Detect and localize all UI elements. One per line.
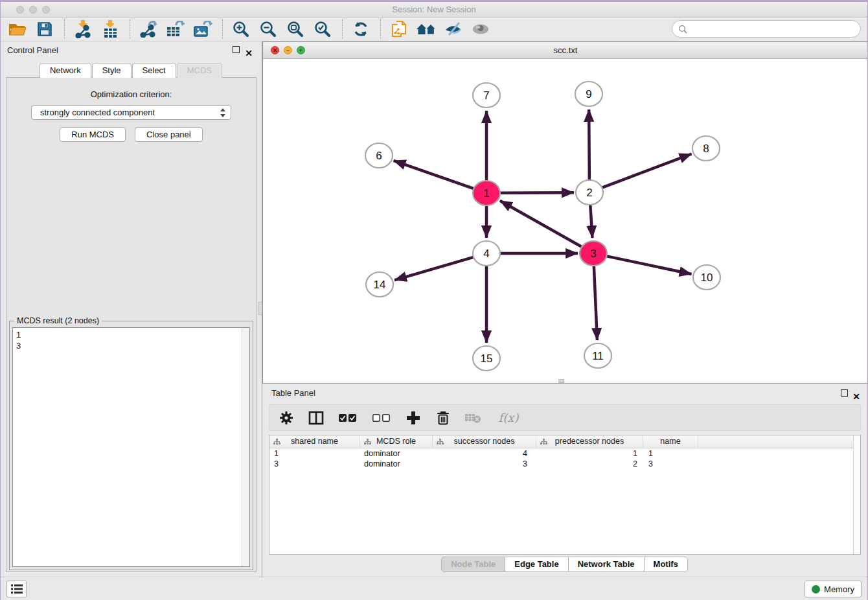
node-8[interactable]: 8 xyxy=(692,136,720,161)
edge-2-8[interactable] xyxy=(602,154,692,187)
home-view-button[interactable] xyxy=(415,19,438,40)
vertical-splitter-handle[interactable] xyxy=(258,302,262,315)
eye-slash-icon xyxy=(444,21,463,37)
import-network-button[interactable] xyxy=(71,19,95,40)
zoom-in-button[interactable] xyxy=(229,19,253,40)
cell-predecessor-nodes[interactable]: 2 xyxy=(536,459,643,469)
zoom-fit-button[interactable] xyxy=(284,19,307,40)
edge-2-9[interactable] xyxy=(589,110,589,179)
edge-2-3[interactable] xyxy=(590,205,592,238)
deselect-all-button[interactable] xyxy=(371,409,392,427)
close-panel-icon[interactable] xyxy=(852,388,861,405)
svg-text:11: 11 xyxy=(592,350,604,362)
node-11[interactable]: 11 xyxy=(584,343,611,368)
open-session-button[interactable] xyxy=(6,19,29,40)
show-all-button[interactable] xyxy=(469,19,492,40)
cell-name[interactable]: 3 xyxy=(643,459,698,469)
cell-shared-name[interactable]: 3 xyxy=(269,459,360,469)
node-4[interactable]: 4 xyxy=(473,241,500,266)
node-9[interactable]: 9 xyxy=(575,82,602,106)
column-header-shared-name[interactable]: shared name xyxy=(269,435,360,448)
close-window-button[interactable] xyxy=(16,6,24,14)
float-panel-icon[interactable] xyxy=(841,389,848,397)
edge-4-14[interactable] xyxy=(394,257,474,281)
node-3[interactable]: 3 xyxy=(580,241,607,266)
node-6[interactable]: 6 xyxy=(365,143,393,168)
column-header-MCDS-role[interactable]: MCDS role xyxy=(360,435,433,448)
edge-3-1[interactable] xyxy=(500,201,582,247)
node-15[interactable]: 15 xyxy=(473,346,500,371)
close-panel-button[interactable]: Close panel xyxy=(135,127,203,142)
delete-table-icon xyxy=(464,412,481,424)
hierarchy-icon xyxy=(437,439,444,445)
column-header-successor-nodes[interactable]: successor nodes xyxy=(433,435,536,448)
list-icon xyxy=(11,584,23,594)
optimization-criterion-dropdown[interactable]: strongly connected component xyxy=(31,105,231,120)
function-builder-button[interactable]: f(x) xyxy=(494,409,523,427)
canvas-splitter-handle[interactable] xyxy=(558,379,564,383)
cell-MCDS-role[interactable]: dominator xyxy=(360,459,433,469)
memory-button[interactable]: Memory xyxy=(805,581,862,597)
import-table-button[interactable] xyxy=(98,19,122,40)
mcds-result-list[interactable]: 1 3 xyxy=(12,327,250,567)
cell-predecessor-nodes[interactable]: 1 xyxy=(536,448,643,459)
cell-successor-nodes[interactable]: 3 xyxy=(433,459,536,469)
tab-network[interactable]: Network xyxy=(40,63,91,78)
run-mcds-button[interactable]: Run MCDS xyxy=(60,127,126,142)
tab-mcds[interactable]: MCDS xyxy=(177,63,222,78)
cell-MCDS-role[interactable]: dominator xyxy=(360,448,433,459)
close-panel-icon[interactable] xyxy=(244,45,253,62)
export-network-button[interactable] xyxy=(137,19,160,40)
network-maximize-button[interactable] xyxy=(297,46,305,54)
edge-1-6[interactable] xyxy=(394,161,474,189)
cell-name[interactable]: 1 xyxy=(643,448,698,459)
tab-network-table[interactable]: Network Table xyxy=(568,557,645,572)
add-row-button[interactable] xyxy=(405,409,422,427)
task-history-button[interactable] xyxy=(6,581,27,597)
search-input[interactable] xyxy=(691,23,860,36)
hide-selected-button[interactable] xyxy=(442,19,465,40)
node-1[interactable]: 1 xyxy=(473,181,500,205)
zoom-selected-button[interactable] xyxy=(311,19,334,40)
tab-edge-table[interactable]: Edge Table xyxy=(505,557,568,572)
tab-select[interactable]: Select xyxy=(132,63,176,78)
node-2[interactable]: 2 xyxy=(576,180,603,205)
table-settings-button[interactable] xyxy=(278,409,295,427)
table-scrollbar[interactable] xyxy=(853,435,860,554)
export-table-button[interactable] xyxy=(164,19,187,40)
save-session-button[interactable] xyxy=(33,19,56,40)
maximize-window-button[interactable] xyxy=(42,6,50,14)
column-header-predecessor-nodes[interactable]: predecessor nodes xyxy=(536,435,643,448)
cell-shared-name[interactable]: 1 xyxy=(269,448,360,459)
node-7[interactable]: 7 xyxy=(473,83,500,108)
zoom-out-button[interactable] xyxy=(257,19,280,40)
delete-table-button[interactable] xyxy=(464,409,481,427)
select-all-button[interactable] xyxy=(337,409,358,427)
network-canvas[interactable]: 7968124314101511 xyxy=(263,59,868,383)
refresh-view-button[interactable] xyxy=(349,19,372,40)
minimize-window-button[interactable] xyxy=(29,6,37,14)
column-header-name[interactable]: name xyxy=(643,435,698,448)
node-14[interactable]: 14 xyxy=(366,272,393,297)
table-row[interactable]: 3dominator323 xyxy=(269,459,860,469)
tab-node-table[interactable]: Node Table xyxy=(441,557,505,572)
split-view-button[interactable] xyxy=(308,409,325,427)
tab-motifs[interactable]: Motifs xyxy=(644,557,688,572)
export-image-button[interactable] xyxy=(191,19,214,40)
float-panel-icon[interactable] xyxy=(233,46,240,53)
edge-1-2[interactable] xyxy=(499,192,574,193)
result-scrollbar[interactable] xyxy=(242,328,249,566)
table-row[interactable]: 1dominator411 xyxy=(269,448,860,459)
edge-3-10[interactable] xyxy=(606,256,692,274)
delete-row-button[interactable] xyxy=(435,409,451,427)
edge-3-11[interactable] xyxy=(594,266,597,340)
tab-style[interactable]: Style xyxy=(92,63,131,78)
cell-successor-nodes[interactable]: 4 xyxy=(433,448,536,459)
clone-network-button[interactable] xyxy=(387,19,411,40)
svg-text:6: 6 xyxy=(376,150,382,162)
search-box[interactable] xyxy=(672,20,861,38)
node-10[interactable]: 10 xyxy=(693,265,720,290)
network-minimize-button[interactable] xyxy=(284,46,292,54)
table-toolbar: f(x) xyxy=(269,404,861,431)
network-close-button[interactable] xyxy=(271,46,279,54)
